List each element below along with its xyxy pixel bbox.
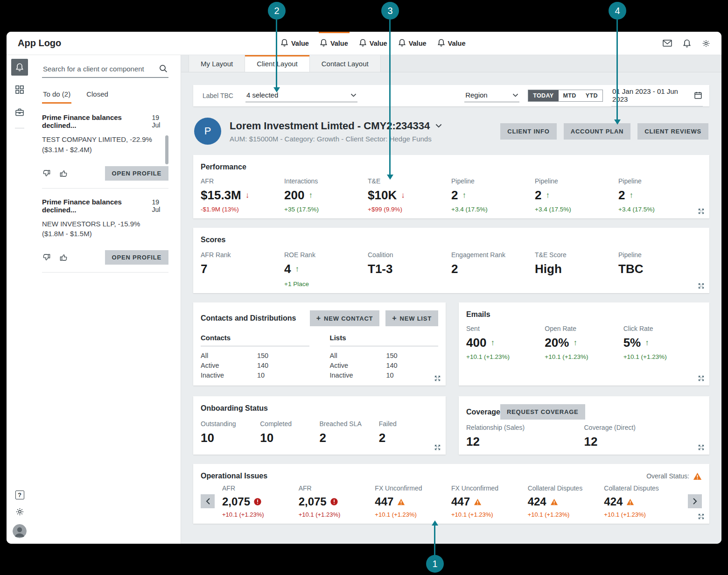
date-range-picker[interactable]: 01 Jan 2023 - 01 Jun 2023 — [611, 85, 703, 106]
sidebar-scrollbar[interactable] — [165, 135, 168, 164]
layout-tabs: My Layout Client Layout Contact Layout — [181, 55, 721, 72]
new-contact-button[interactable]: +NEW CONTACT — [310, 310, 379, 326]
todo-date: 19 Jul — [152, 198, 168, 213]
bell-icon — [320, 39, 327, 48]
plus-icon: + — [392, 315, 397, 322]
carousel-prev-button[interactable] — [201, 494, 215, 508]
mail-icon[interactable] — [663, 40, 672, 47]
search-input[interactable] — [43, 65, 155, 73]
period-today[interactable]: TODAY — [528, 90, 558, 101]
expand-icon[interactable] — [698, 208, 705, 215]
metric-sent: Sent 400↑ +10.1 (+1.23%) — [466, 325, 545, 360]
account-plan-button[interactable]: ACCOUNT PLAN — [564, 123, 631, 140]
bell-icon — [281, 39, 288, 48]
nav-item-value-4[interactable]: Value — [393, 32, 432, 55]
issue-afr: AFR 2,075 +10.1 (+1.23%) — [299, 484, 375, 518]
nav-label: Value — [409, 40, 427, 47]
nav-item-value-1[interactable]: Value — [275, 32, 315, 55]
request-coverage-button[interactable]: REQUEST COVERAGE — [500, 404, 585, 420]
metric-failed: Failed 2 — [379, 420, 438, 445]
tab-todo[interactable]: To do (2) — [42, 89, 71, 104]
carousel-next-button[interactable] — [688, 494, 702, 508]
search-icon — [159, 64, 168, 73]
callout-badge-2: 2 — [268, 2, 286, 20]
metric-relationship-sales: Relationship (Sales) 12 — [466, 424, 584, 449]
callout-badge-4: 4 — [609, 2, 626, 20]
callout-line — [616, 20, 618, 120]
client-name: Lorem Investment Limted - CMY2:234334 — [230, 120, 430, 132]
user-avatar[interactable] — [13, 524, 27, 538]
score-coalition: Coalition T1-3 — [368, 251, 451, 288]
operational-issues-card: Operational Issues Overall Status: AFR — [193, 464, 709, 524]
icon-rail: ? — [7, 55, 33, 544]
region-select[interactable]: Region — [464, 89, 519, 102]
bell-icon[interactable] — [683, 39, 691, 48]
period-ytd[interactable]: YTD — [581, 90, 602, 101]
main-area: My Layout Client Layout Contact Layout L… — [181, 55, 721, 544]
chevron-down-icon[interactable] — [435, 124, 442, 128]
tab-client-layout[interactable]: Client Layout — [245, 55, 310, 72]
rail-notifications-bell-icon[interactable] — [11, 59, 28, 76]
tab-my-layout[interactable]: My Layout — [189, 55, 245, 72]
score-pipeline: Pipeline TBC — [618, 251, 702, 288]
trend-up-icon: ↑ — [308, 191, 313, 200]
trend-down-icon: ↓ — [401, 191, 405, 200]
feedback-icons — [42, 253, 68, 262]
client-info-button[interactable]: CLIENT INFO — [500, 123, 556, 140]
metric-outstanding: Outstanding 10 — [201, 420, 260, 445]
tab-closed[interactable]: Closed — [85, 89, 109, 104]
open-profile-button[interactable]: OPEN PROFILE — [105, 166, 168, 181]
rail-grid-icon[interactable] — [11, 81, 28, 98]
nav-item-value-2[interactable]: Value — [315, 32, 354, 55]
metric-pipeline: Pipeline 2↑ +3.4 (17.5%) — [535, 177, 618, 213]
client-avatar: P — [194, 118, 221, 145]
settings-gear-icon[interactable] — [15, 507, 24, 516]
help-icon[interactable]: ? — [15, 491, 24, 499]
thumb-up-icon[interactable] — [59, 253, 68, 262]
list-item: All150 — [201, 351, 309, 360]
score-te-score: T&E Score High — [535, 251, 618, 288]
thumb-down-icon[interactable] — [42, 169, 51, 178]
warning-icon — [397, 498, 405, 505]
nav-label: Value — [448, 40, 466, 47]
todo-card: Prime Finance balances declined... 19 Ju… — [42, 189, 168, 273]
client-reviews-button[interactable]: CLIENT REVIEWS — [637, 123, 708, 140]
new-list-button[interactable]: +NEW LIST — [385, 310, 438, 326]
list-item: Inactive10 — [201, 370, 309, 380]
todo-body: TEST COMPANY LIMITED, -22.9% ($3.1M - $2… — [42, 134, 159, 155]
rail-briefcase-icon[interactable] — [11, 104, 28, 120]
metric-coverage-direct: Coverage (Direct) 12 — [584, 424, 702, 449]
expand-icon[interactable] — [434, 375, 441, 382]
expand-icon[interactable] — [698, 444, 705, 451]
list-item: Active140 — [201, 360, 309, 370]
nav-item-value-5[interactable]: Value — [432, 32, 471, 55]
thumb-up-icon[interactable] — [59, 169, 68, 178]
contacts-group: Contacts All150 Active140 Inactive10 — [201, 334, 309, 380]
list-item: All150 — [330, 351, 439, 360]
app-header: App Logo Value Value Value Value — [7, 32, 721, 55]
expand-icon[interactable] — [698, 513, 705, 520]
trend-up-icon: ↑ — [546, 191, 550, 200]
app-window: App Logo Value Value Value Value — [7, 32, 721, 544]
error-icon — [254, 498, 261, 505]
period-mtd[interactable]: MTD — [559, 90, 581, 101]
metric-interactions: Interactions 200↑ +35 (17.5%) — [284, 177, 368, 213]
plus-icon: + — [316, 315, 321, 322]
issue-fx-unconfirmed: FX Unconfirmed 447 +10.1 (+1.23%) — [451, 484, 528, 518]
gear-icon[interactable] — [702, 39, 710, 48]
metric-pipeline: Pipeline 2↑ +3.4 (17.5%) — [618, 177, 702, 213]
filter-multiselect[interactable]: 4 selected — [245, 89, 357, 102]
todo-title: Prime Finance balances declined... — [42, 113, 152, 129]
expand-icon[interactable] — [434, 444, 441, 451]
open-profile-button[interactable]: OPEN PROFILE — [105, 250, 168, 265]
metric-open-rate: Open Rate 20%↑ +10.1 (+1.23%) — [545, 325, 623, 360]
header-icons — [663, 39, 710, 48]
coverage-card: Coverage REQUEST COVERAGE Relationship (… — [459, 396, 709, 455]
expand-icon[interactable] — [698, 375, 705, 382]
thumb-down-icon[interactable] — [42, 253, 51, 262]
expand-icon[interactable] — [698, 282, 705, 289]
tab-contact-layout[interactable]: Contact Layout — [310, 55, 381, 72]
nav-item-value-3[interactable]: Value — [354, 32, 393, 55]
warning-icon — [626, 498, 634, 505]
sidebar: ? To do (2) Closed — [7, 55, 181, 544]
